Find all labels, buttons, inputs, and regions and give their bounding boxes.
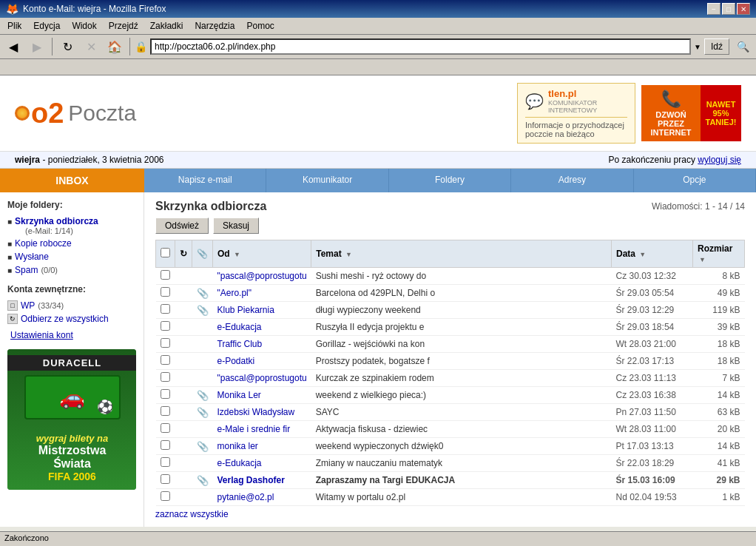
email-checkbox-13[interactable] [161, 474, 170, 484]
sender-link-14[interactable]: pytanie@o2.pl [217, 492, 274, 502]
email-checkbox-1[interactable] [161, 270, 170, 280]
reload-button[interactable]: ↻ [57, 37, 78, 56]
home-button[interactable]: 🏠 [104, 37, 125, 56]
sender-link-12[interactable]: e-Edukacja [217, 458, 262, 468]
dzwon-ad[interactable]: 📞 DZWOŃ PRZEZ INTERNET [641, 85, 701, 141]
email-checkbox-7[interactable] [161, 372, 170, 382]
folder-link-spam[interactable]: Spam [15, 265, 38, 275]
nav-tab-addresses[interactable]: Adresy [511, 169, 633, 192]
table-row: e-Male i srednie fir Aktywacja fiskusa -… [156, 421, 745, 438]
row-subject-9[interactable]: SAYC [311, 404, 612, 421]
sender-link-1[interactable]: "pascal@poprostugotu [217, 271, 307, 281]
row-subject-2[interactable]: Barcelona od 429PLN, Delhi o [311, 285, 612, 302]
row-date-12: Śr 22.03 18:29 [612, 455, 693, 472]
nav-tab-options[interactable]: Opcje [634, 169, 756, 192]
sender-link-9[interactable]: Izdebski Władysław [217, 407, 295, 417]
row-subject-6[interactable]: Prostszy podatek, bogatsze f [311, 353, 612, 370]
email-checkbox-10[interactable] [161, 423, 170, 433]
email-checkbox-3[interactable] [161, 304, 170, 314]
th-subject[interactable]: Temat ▼ [311, 240, 612, 268]
row-subject-1[interactable]: Sushi meshi - ryż octowy do [311, 268, 612, 285]
sender-link-2[interactable]: "Aero.pl" [217, 288, 252, 298]
sender-link-8[interactable]: Monika Ler [217, 390, 261, 400]
nav-inbox[interactable]: INBOX [0, 169, 144, 192]
tlen-sub: KOMUNIKATOR INTERNETOWY [548, 99, 627, 114]
address-input[interactable] [150, 38, 691, 55]
email-checkbox-4[interactable] [161, 321, 170, 331]
nav-tab-folders[interactable]: Foldery [389, 169, 511, 192]
dropdown-arrow-icon[interactable]: ▼ [694, 43, 701, 51]
row-subject-11[interactable]: weekend wypieczonych dźwięk0 [311, 438, 612, 455]
window-controls: − □ ✕ [707, 3, 750, 15]
menu-bookmarks[interactable]: Zakładki [146, 19, 188, 33]
menu-go[interactable]: Przejdź [104, 19, 143, 33]
select-all-checkbox[interactable] [161, 248, 170, 257]
from-sort-icon: ▼ [234, 251, 240, 258]
tlen-ad[interactable]: 💬 tlen.pl KOMUNIKATOR INTERNETOWY Inform… [517, 83, 635, 144]
email-checkbox-11[interactable] [161, 440, 170, 450]
row-date-3: Śr 29.03 12:29 [612, 302, 693, 319]
menu-file[interactable]: Plik [3, 19, 26, 33]
row-subject-10[interactable]: Aktywacja fiskusa - dziewiec [311, 421, 612, 438]
sender-link-13[interactable]: Verlag Dashofer [217, 475, 285, 485]
status-bar: Zakończono [0, 531, 756, 546]
menu-tools[interactable]: Narzędzia [190, 19, 239, 33]
menu-help[interactable]: Pomoc [242, 19, 278, 33]
ext-link-wp[interactable]: WP [21, 300, 35, 311]
menu-edit[interactable]: Edycja [29, 19, 64, 33]
row-subject-14[interactable]: Witamy w portalu o2.pl [311, 489, 612, 506]
row-subject-7[interactable]: Kurczak ze szpinakiem rodem [311, 370, 612, 387]
th-from[interactable]: Od ▼ [213, 240, 311, 268]
email-checkbox-9[interactable] [161, 406, 170, 416]
sender-link-10[interactable]: e-Male i srednie fir [217, 424, 291, 434]
refresh-button[interactable]: Odśwież [155, 218, 209, 234]
row-size-8: 14 kB [693, 387, 745, 404]
menu-view[interactable]: Widok [67, 19, 101, 33]
row-subject-12[interactable]: Zmiany w nauczaniu matematyk [311, 455, 612, 472]
row-subject-8[interactable]: weekend z wielkiego pieca:) [311, 387, 612, 404]
sender-link-5[interactable]: Traffic Club [217, 339, 263, 349]
ext-link-all[interactable]: Odbierz ze wszystkich [21, 314, 109, 324]
row-subject-5[interactable]: Gorillaz - wejściówki na kon [311, 336, 612, 353]
back-button[interactable]: ◀ [3, 37, 24, 56]
close-button[interactable]: ✕ [737, 3, 750, 15]
folder-link-inbox[interactable]: Skrzynka odbiorcza [15, 216, 98, 226]
forward-button[interactable]: ▶ [27, 37, 47, 56]
email-checkbox-2[interactable] [161, 287, 170, 297]
search-icon[interactable]: 🔍 [732, 37, 753, 56]
nav-tab-write[interactable]: Napisz e-mail [144, 169, 266, 192]
email-checkbox-12[interactable] [161, 457, 170, 467]
sender-link-6[interactable]: e-Podatki [217, 356, 255, 366]
sender-link-4[interactable]: e-Edukacja [217, 322, 262, 332]
settings-link[interactable]: Ustawienia kont [10, 330, 136, 340]
sidebar-ad[interactable]: DURACELL 🚗 ⚽ wygraj bilety na Mistrzostw… [7, 349, 136, 490]
stop-button[interactable]: ✕ [81, 37, 101, 56]
email-checkbox-6[interactable] [161, 355, 170, 365]
email-checkbox-14[interactable] [161, 491, 170, 501]
th-size[interactable]: Rozmiar ▼ [693, 240, 745, 268]
th-date[interactable]: Data ▼ [612, 240, 693, 268]
row-attach-14 [192, 489, 213, 506]
maximize-button[interactable]: □ [722, 3, 735, 15]
go-button[interactable]: Idź [704, 38, 729, 55]
sender-link-11[interactable]: monika ler [217, 441, 258, 451]
row-subject-13[interactable]: Zapraszamy na Targi EDUKACJA [311, 472, 612, 489]
folder-link-sent[interactable]: Wysłane [15, 252, 49, 262]
minimize-button[interactable]: − [707, 3, 720, 15]
sender-link-7[interactable]: "pascal@poprostugotu [217, 373, 307, 383]
firefox-icon: 🦊 [6, 3, 18, 15]
menu-bar: Plik Edycja Widok Przejdź Zakładki Narzę… [0, 18, 756, 35]
toolbar: ◀ ▶ ↻ ✕ 🏠 🔒 ▼ Idź 🔍 [0, 35, 756, 59]
select-all-link[interactable]: zaznacz wszystkie [155, 509, 229, 519]
sender-link-3[interactable]: Klub Piekarnia [217, 305, 274, 315]
row-subject-4[interactable]: Ruszyła II edycja projektu e [311, 319, 612, 336]
row-size-11: 14 kB [693, 438, 745, 455]
row-subject-3[interactable]: długi wypieczony weekend [311, 302, 612, 319]
email-checkbox-5[interactable] [161, 338, 170, 348]
logout-link[interactable]: wyloguj się [698, 155, 741, 165]
folder-link-drafts[interactable]: Kopie robocze [15, 238, 72, 249]
nav-tab-communicator[interactable]: Komunikator [266, 169, 388, 192]
row-size-3: 119 kB [693, 302, 745, 319]
delete-button[interactable]: Skasuj [213, 218, 259, 234]
email-checkbox-8[interactable] [161, 389, 170, 399]
